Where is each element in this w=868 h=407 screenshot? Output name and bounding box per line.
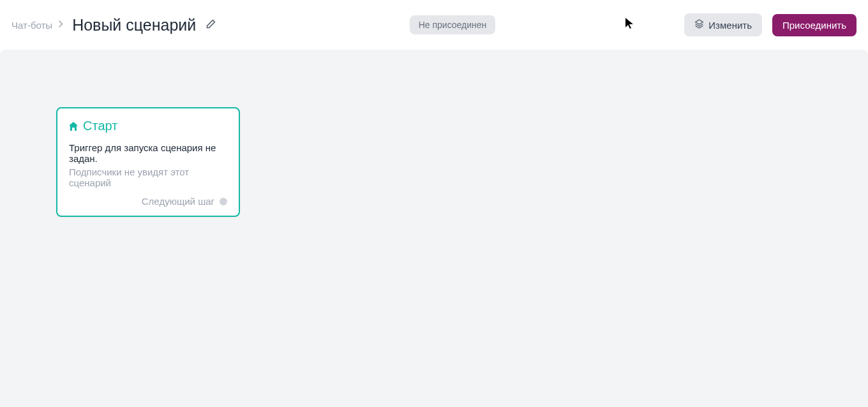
chevron-right-icon	[59, 20, 63, 29]
status-badge: Не присоединен	[410, 15, 496, 34]
connect-button[interactable]: Присоединить	[772, 14, 857, 36]
home-icon	[69, 122, 78, 131]
header-right: Не присоединен Изменить Присоединить	[410, 13, 857, 36]
start-card-footer: Следующий шаг	[69, 196, 227, 207]
start-card-header: Старт	[69, 119, 227, 133]
start-card-trigger-text: Триггер для запуска сценария не задан.	[69, 142, 227, 164]
start-card-helper-text: Подписчики не увидят этот сценарий	[69, 166, 227, 188]
next-step-label: Следующий шаг	[142, 196, 214, 207]
edit-title-button[interactable]	[202, 15, 220, 34]
change-button-label: Изменить	[708, 20, 752, 31]
header-left: Чат-боты Новый сценарий	[11, 15, 220, 34]
connect-button-label: Присоединить	[782, 20, 846, 31]
change-button[interactable]: Изменить	[684, 13, 762, 36]
pencil-icon	[206, 19, 216, 31]
next-step-connector-dot[interactable]	[220, 198, 227, 205]
start-card-title: Старт	[83, 119, 117, 133]
header: Чат-боты Новый сценарий Не присоединен И…	[0, 0, 868, 50]
layers-icon	[694, 19, 704, 31]
canvas[interactable]: Старт Триггер для запуска сценария не за…	[0, 50, 868, 407]
breadcrumb-link[interactable]: Чат-боты	[11, 20, 52, 31]
start-card[interactable]: Старт Триггер для запуска сценария не за…	[56, 107, 240, 217]
page-title: Новый сценарий	[72, 16, 196, 34]
